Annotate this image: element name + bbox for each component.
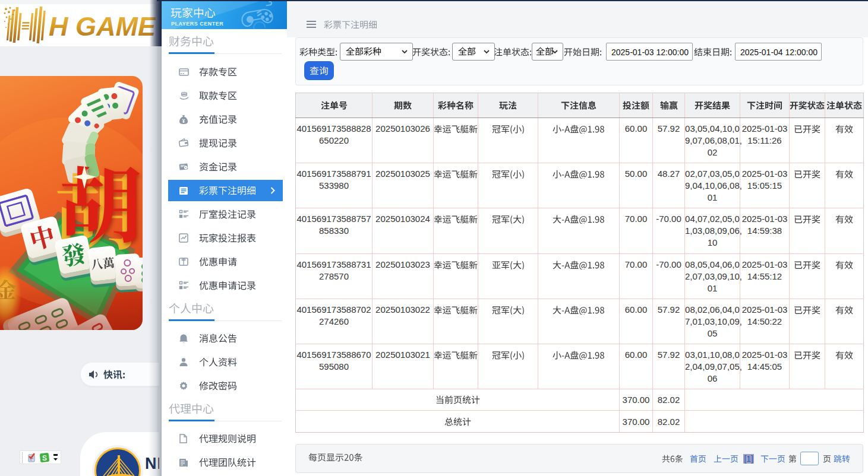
- svg-text:S: S: [42, 453, 47, 462]
- svg-text:H GAME: H GAME: [49, 11, 156, 42]
